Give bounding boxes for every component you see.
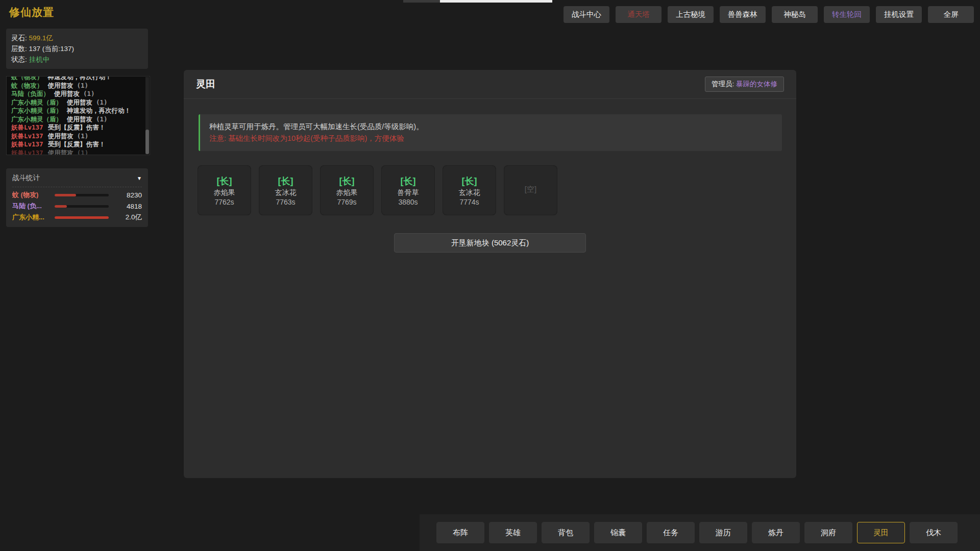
left-column: 灵石: 599.1亿 层数: 137 (当前:137) 状态: 挂机中 蚊（物攻… bbox=[6, 29, 150, 227]
player-status-box: 灵石: 599.1亿 层数: 137 (当前:137) 状态: 挂机中 bbox=[6, 29, 148, 69]
log-unit-name: 广东小精灵（盾） bbox=[11, 107, 62, 114]
top-nav-button[interactable]: 神秘岛 bbox=[772, 6, 818, 23]
bottom-nav-button[interactable]: 伐木 bbox=[910, 522, 958, 543]
plot-time-remaining: 7769s bbox=[337, 198, 356, 206]
bottom-nav-button[interactable]: 灵田 bbox=[857, 522, 905, 543]
bottom-nav-button[interactable]: 洞府 bbox=[804, 522, 852, 543]
battle-log-lines: 蚊（物攻）神速发动，再次行动！ 蚊（物攻）使用普攻(1) 马陆（负面）使用普攻(… bbox=[11, 76, 145, 155]
plot-crop-name: 赤焰果 bbox=[336, 188, 358, 197]
plot-growth-state: [长] bbox=[278, 175, 293, 187]
log-action-text: 使用普攻 bbox=[48, 82, 74, 89]
damage-value: 2.0亿 bbox=[113, 213, 142, 222]
field-info-line2: 注意: 基础生长时间改为10秒起(受种子品质影响)，方便体验 bbox=[209, 133, 773, 144]
stats-unit-name: 马陆 (负... bbox=[12, 202, 50, 211]
spirit-stone-row: 灵石: 599.1亿 bbox=[11, 33, 143, 43]
app-title: 修仙放置 bbox=[9, 5, 54, 19]
top-nav-button[interactable]: 上古秘境 bbox=[668, 6, 714, 23]
field-plot[interactable]: [长] 兽骨草 3880s bbox=[381, 165, 435, 215]
plot-time-remaining: 7763s bbox=[276, 198, 295, 206]
log-unit-name: 广东小精灵（盾） bbox=[11, 98, 62, 106]
damage-value: 8230 bbox=[113, 191, 142, 199]
admin-badge[interactable]: 管理员: 暴躁的女体修 bbox=[705, 77, 784, 92]
battle-log-line: 马陆（负面）使用普攻(1) bbox=[11, 90, 145, 98]
log-hit-count: (1) bbox=[77, 149, 89, 156]
top-nav-button[interactable]: 挂机设置 bbox=[876, 6, 922, 23]
stats-unit-name: 蚊 (物攻) bbox=[12, 190, 50, 199]
battle-stats-panel: 战斗统计 ▼ 蚊 (物攻) 8230 马陆 (负... 4818 广东小精... bbox=[6, 168, 148, 227]
log-action-text: 使用普攻 bbox=[67, 98, 92, 106]
top-nav-button[interactable]: 战斗中心 bbox=[564, 6, 609, 23]
top-nav: 战斗中心 通天塔 上古秘境 兽兽森林 神秘岛 转生轮回 挂机设置 全屏 bbox=[564, 6, 974, 23]
bottom-nav-button[interactable]: 锦囊 bbox=[594, 522, 642, 543]
log-scrollbar-thumb[interactable] bbox=[145, 130, 149, 154]
bottom-nav-button[interactable]: 英雄 bbox=[489, 522, 537, 543]
battle-stats-row: 马陆 (负... 4818 bbox=[12, 201, 142, 212]
log-unit-name: 妖兽Lv137 bbox=[11, 132, 43, 140]
battle-stats-row: 广东小精... 2.0亿 bbox=[12, 212, 142, 223]
log-action-text: 使用普攻 bbox=[67, 115, 92, 123]
plot-growth-state: [长] bbox=[462, 175, 477, 187]
field-plot[interactable]: [长] 玄冰花 7763s bbox=[259, 165, 312, 215]
floor-row: 层数: 137 (当前:137) bbox=[11, 43, 143, 54]
battle-log-line: 广东小精灵（盾）神速发动，再次行动！ bbox=[11, 107, 145, 115]
bottom-nav: 布阵 英雄 背包 锦囊 任务 游历 炼丹 洞府 灵田 伐木 bbox=[420, 514, 980, 551]
bottom-nav-button[interactable]: 背包 bbox=[542, 522, 590, 543]
field-info-box: 种植灵草可用于炼丹。管理员可大幅加速生长(受品质/等级影响)。 注意: 基础生长… bbox=[199, 114, 782, 151]
log-action-text: 使用普攻 bbox=[54, 90, 80, 97]
plot-time-remaining: 3880s bbox=[398, 198, 418, 206]
plot-crop-name: 赤焰果 bbox=[214, 188, 235, 197]
field-plot[interactable]: [长] 玄冰花 7774s bbox=[443, 165, 496, 215]
damage-bar bbox=[55, 216, 109, 219]
panel-header: 灵田 管理员: 暴躁的女体修 bbox=[184, 70, 796, 99]
log-unit-name: 蚊（物攻） bbox=[11, 76, 43, 81]
spirit-stone-label: 灵石: bbox=[11, 34, 27, 42]
reclaim-plot-button[interactable]: 开垦新地块 (5062灵石) bbox=[394, 233, 586, 253]
plot-growth-state: [长] bbox=[217, 175, 232, 187]
plot-crop-name: 兽骨草 bbox=[398, 188, 419, 197]
damage-bar bbox=[55, 205, 109, 208]
log-hit-count: (1) bbox=[96, 115, 108, 123]
bottom-nav-button[interactable]: 炼丹 bbox=[752, 522, 800, 543]
battle-log-line: 广东小精灵（盾）使用普攻(1) bbox=[11, 98, 145, 107]
log-unit-name: 妖兽Lv137 bbox=[11, 123, 43, 131]
bottom-nav-button[interactable]: 游历 bbox=[699, 522, 747, 543]
stats-unit-name: 广东小精... bbox=[12, 213, 50, 222]
bottom-nav-button[interactable]: 任务 bbox=[647, 522, 695, 543]
collapse-caret-icon[interactable]: ▼ bbox=[137, 176, 142, 181]
battle-log-line: 蚊（物攻）神速发动，再次行动！ bbox=[11, 76, 145, 82]
top-nav-button[interactable]: 转生轮回 bbox=[824, 6, 870, 23]
log-hit-count: (1) bbox=[96, 98, 108, 106]
field-plot[interactable]: [长] 赤焰果 7762s bbox=[198, 165, 251, 215]
field-plot[interactable]: [空] bbox=[504, 165, 557, 215]
log-unit-name: 妖兽Lv137 bbox=[11, 140, 43, 148]
battle-stats-header: 战斗统计 ▼ bbox=[12, 173, 142, 187]
admin-name: 暴躁的女体修 bbox=[736, 80, 777, 88]
log-action-text: 神速发动，再次行动！ bbox=[67, 107, 131, 114]
battle-log-line: 蚊（物攻）使用普攻(1) bbox=[11, 82, 145, 90]
top-nav-button[interactable]: 兽兽森林 bbox=[720, 6, 766, 23]
bottom-nav-button[interactable]: 布阵 bbox=[436, 522, 484, 543]
battle-log-line: 妖兽Lv137受到【反震】伤害！ bbox=[11, 140, 145, 149]
spirit-stone-value: 599.1亿 bbox=[29, 34, 53, 42]
damage-bar-fill bbox=[55, 216, 109, 219]
log-action-text: 使用普攻 bbox=[48, 149, 74, 156]
field-info-line1: 种植灵草可用于炼丹。管理员可大幅加速生长(受品质/等级影响)。 bbox=[209, 121, 773, 133]
log-hit-count: (1) bbox=[77, 132, 89, 140]
log-action-text: 受到【反震】伤害！ bbox=[48, 123, 106, 131]
top-nav-button[interactable]: 全屏 bbox=[928, 6, 974, 23]
spirit-field-panel: 灵田 管理员: 暴躁的女体修 种植灵草可用于炼丹。管理员可大幅加速生长(受品质/… bbox=[184, 70, 796, 478]
battle-stats-row: 蚊 (物攻) 8230 bbox=[12, 189, 142, 201]
plot-crop-name: 玄冰花 bbox=[275, 188, 297, 197]
field-plot[interactable]: [长] 赤焰果 7769s bbox=[320, 165, 374, 215]
top-scrollbar-thumb[interactable] bbox=[440, 0, 552, 3]
battle-log-line: 妖兽Lv137使用普攻(1) bbox=[11, 132, 145, 141]
top-nav-button[interactable]: 通天塔 bbox=[616, 6, 662, 23]
plot-growth-state: [长] bbox=[401, 175, 416, 187]
battle-log-panel[interactable]: 蚊（物攻）神速发动，再次行动！ 蚊（物攻）使用普攻(1) 马陆（负面）使用普攻(… bbox=[6, 76, 150, 155]
state-row: 状态: 挂机中 bbox=[11, 54, 143, 65]
log-action-text: 神速发动，再次行动！ bbox=[48, 76, 112, 81]
state-value: 挂机中 bbox=[29, 56, 50, 63]
log-action-text: 使用普攻 bbox=[48, 132, 74, 140]
panel-title: 灵田 bbox=[196, 78, 215, 91]
log-action-text: 受到【反震】伤害！ bbox=[48, 140, 106, 148]
